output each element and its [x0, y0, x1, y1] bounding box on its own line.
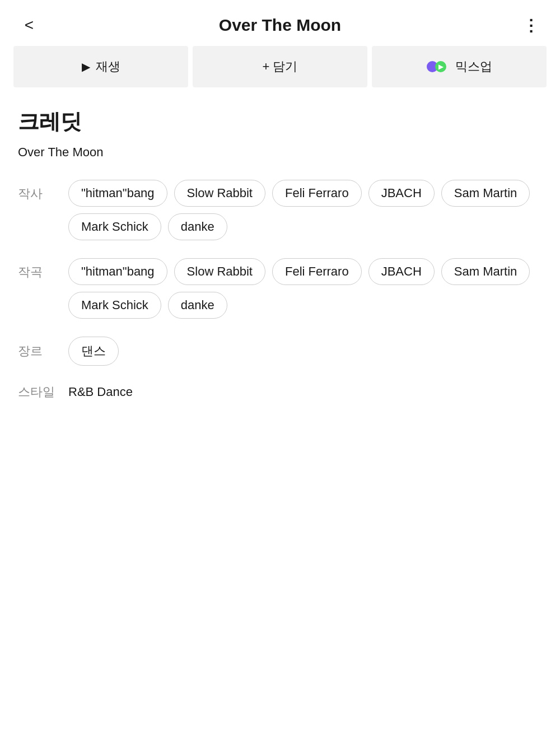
tag-hitman-bang-composer[interactable]: "hitman"bang — [68, 258, 167, 285]
tag-sam-martin-composer[interactable]: Sam Martin — [441, 258, 530, 285]
play-icon: ▶ — [82, 60, 90, 73]
tag-hitman-bang-lyricist[interactable]: "hitman"bang — [68, 180, 167, 207]
credits-composer-row: 작곡 "hitman"bang Slow Rabbit Feli Ferraro… — [18, 258, 542, 319]
back-button[interactable]: < — [18, 16, 40, 34]
section-title: 크레딧 — [18, 108, 542, 136]
tag-jbach-lyricist[interactable]: JBACH — [368, 180, 435, 207]
genre-tag[interactable]: 댄스 — [68, 337, 119, 366]
style-value: R&B Dance — [68, 385, 133, 399]
composer-tags: "hitman"bang Slow Rabbit Feli Ferraro JB… — [68, 258, 542, 319]
save-label: + 담기 — [263, 58, 298, 75]
mixup-label: 믹스업 — [455, 58, 492, 75]
tag-jbach-composer[interactable]: JBACH — [368, 258, 435, 285]
main-content: 크레딧 Over The Moon 작사 "hitman"bang Slow R… — [0, 108, 560, 400]
genre-label: 장르 — [18, 343, 68, 360]
style-label: 스타일 — [18, 384, 68, 400]
tag-slow-rabbit-composer[interactable]: Slow Rabbit — [174, 258, 265, 285]
lyricist-label: 작사 — [18, 180, 68, 202]
composer-label: 작곡 — [18, 258, 68, 281]
save-button[interactable]: + 담기 — [193, 46, 367, 87]
play-label: 재생 — [96, 58, 120, 75]
mixup-icon-group: ▶ — [427, 61, 450, 72]
genre-row: 장르 댄스 — [18, 337, 542, 366]
mixup-circle-green: ▶ — [435, 61, 446, 72]
tag-mark-schick-composer[interactable]: Mark Schick — [68, 292, 161, 319]
header: < Over The Moon ⋮ — [0, 0, 560, 46]
tag-slow-rabbit-lyricist[interactable]: Slow Rabbit — [174, 180, 265, 207]
tag-danke-composer[interactable]: danke — [168, 292, 227, 319]
play-button[interactable]: ▶ 재생 — [13, 46, 188, 87]
tag-feli-ferraro-composer[interactable]: Feli Ferraro — [272, 258, 362, 285]
song-name: Over The Moon — [18, 145, 542, 160]
style-row: 스타일 R&B Dance — [18, 384, 542, 400]
mixup-button[interactable]: ▶ 믹스업 — [372, 46, 547, 87]
action-buttons: ▶ 재생 + 담기 ▶ 믹스업 — [0, 46, 560, 87]
tag-sam-martin-lyricist[interactable]: Sam Martin — [441, 180, 530, 207]
tag-feli-ferraro-lyricist[interactable]: Feli Ferraro — [272, 180, 362, 207]
credits-lyricist-row: 작사 "hitman"bang Slow Rabbit Feli Ferraro… — [18, 180, 542, 240]
menu-button[interactable]: ⋮ — [520, 16, 542, 35]
page-title: Over The Moon — [40, 16, 520, 35]
tag-mark-schick-lyricist[interactable]: Mark Schick — [68, 213, 161, 240]
tag-danke-lyricist[interactable]: danke — [168, 213, 227, 240]
lyricist-tags: "hitman"bang Slow Rabbit Feli Ferraro JB… — [68, 180, 542, 240]
